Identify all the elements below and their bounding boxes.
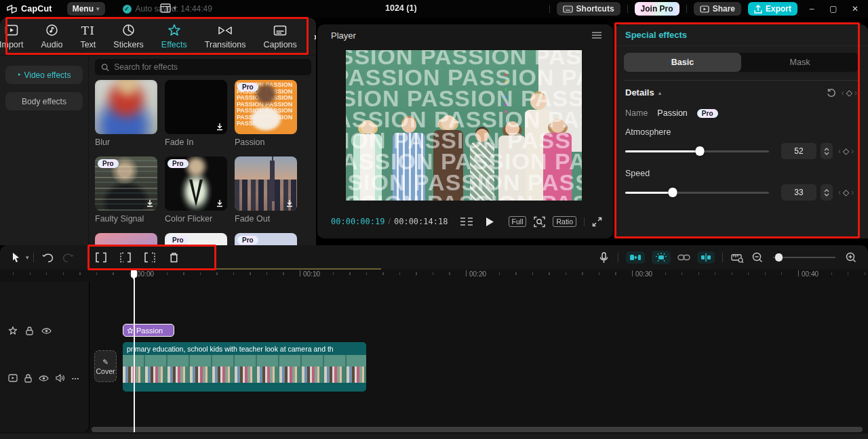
details-section-label[interactable]: Details bbox=[625, 87, 654, 98]
tab-import[interactable]: Import bbox=[0, 24, 32, 49]
menu-button[interactable]: Menu ▾ bbox=[67, 2, 105, 16]
tab-transitions[interactable]: Transitions bbox=[196, 24, 255, 49]
keyframe-diamond-icon[interactable]: ◇ bbox=[846, 88, 852, 98]
atmosphere-stepper[interactable] bbox=[821, 143, 833, 159]
timeline-footer bbox=[0, 434, 868, 439]
video-clip-caption: primary education, school kids with teac… bbox=[123, 342, 366, 355]
layout-toggle[interactable]: ▾ bbox=[160, 3, 177, 13]
effects-search[interactable] bbox=[95, 59, 311, 75]
delete-icon[interactable] bbox=[164, 252, 184, 263]
media-panel: Import Audio TI Text Stickers Effects bbox=[0, 18, 316, 245]
lock-icon[interactable] bbox=[24, 374, 32, 383]
timeline-toolbar: ▾ bbox=[0, 245, 868, 270]
prev-keyframe-icon[interactable]: ‹ bbox=[838, 188, 841, 197]
split-icon[interactable] bbox=[91, 252, 111, 263]
effect-tile-passion[interactable]: Pro PASSION PASSION PASSION PASSION PASS… bbox=[235, 80, 297, 147]
timeline-zoom-slider[interactable] bbox=[773, 253, 835, 262]
shortcuts-button[interactable]: Shortcuts bbox=[557, 2, 620, 16]
effect-name: Passion bbox=[657, 108, 687, 118]
effect-tile-fade-out[interactable]: Fade Out bbox=[235, 156, 297, 224]
zoom-slider-thumb[interactable] bbox=[775, 253, 783, 262]
expand-player-icon[interactable] bbox=[592, 217, 602, 227]
effect-tile-partial[interactable]: Pro bbox=[235, 233, 297, 245]
effect-tile-partial[interactable]: Pro bbox=[165, 233, 227, 245]
maximize-button[interactable]: ▢ bbox=[826, 4, 841, 14]
ratio-button[interactable]: Ratio bbox=[553, 216, 576, 227]
eye-icon[interactable] bbox=[39, 375, 49, 382]
lock-icon[interactable] bbox=[26, 327, 33, 335]
speaker-icon[interactable] bbox=[56, 374, 65, 382]
tab-mask[interactable]: Mask bbox=[741, 53, 859, 72]
eye-icon[interactable] bbox=[41, 327, 52, 335]
tab-basic[interactable]: Basic bbox=[624, 53, 741, 72]
tab-captions[interactable]: Captions bbox=[254, 24, 305, 49]
download-icon bbox=[285, 199, 294, 207]
category-body-effects[interactable]: Body effects bbox=[5, 92, 83, 110]
effect-tile-fade-in[interactable]: Fade In bbox=[165, 80, 227, 147]
tab-effects[interactable]: Effects bbox=[153, 24, 196, 49]
next-keyframe-icon[interactable]: › bbox=[851, 188, 854, 197]
collapse-arrow-icon[interactable]: ▴ bbox=[658, 89, 662, 96]
keyframe-controls: ‹ ◇ › bbox=[842, 88, 857, 98]
auto-splice-icon[interactable] bbox=[626, 251, 645, 264]
effect-tile-blur[interactable]: Blur bbox=[95, 80, 157, 147]
speed-stepper[interactable] bbox=[821, 184, 833, 201]
preview-zoom-icon[interactable] bbox=[534, 216, 545, 228]
pencil-icon: ✎ bbox=[102, 358, 108, 366]
select-cursor-icon[interactable] bbox=[5, 252, 26, 263]
frame-view-icon[interactable] bbox=[460, 217, 473, 226]
delete-right-icon[interactable] bbox=[140, 252, 160, 263]
link-icon[interactable] bbox=[677, 254, 690, 261]
atmosphere-slider[interactable] bbox=[625, 146, 769, 156]
timeline-scale-icon[interactable] bbox=[727, 253, 747, 263]
zoom-in-icon[interactable] bbox=[841, 252, 861, 263]
player-menu-icon[interactable] bbox=[591, 31, 602, 39]
video-clip[interactable]: primary education, school kids with teac… bbox=[123, 342, 366, 392]
reset-icon[interactable] bbox=[827, 88, 836, 98]
category-video-effects[interactable]: ‣ Video effects bbox=[5, 66, 83, 84]
pro-badge: Pro bbox=[237, 236, 258, 245]
effect-tile-color-flicker[interactable]: Pro Color Flicker bbox=[165, 156, 227, 224]
delete-left-icon[interactable] bbox=[115, 252, 136, 263]
next-keyframe-icon[interactable]: › bbox=[854, 88, 857, 98]
keyframe-diamond-icon[interactable]: ◇ bbox=[843, 146, 849, 156]
full-screen-preview-button[interactable]: Full bbox=[509, 216, 527, 227]
share-button[interactable]: Share bbox=[694, 2, 741, 16]
magnetic-snap-icon[interactable] bbox=[652, 251, 671, 264]
prev-keyframe-icon[interactable]: ‹ bbox=[842, 88, 844, 98]
cover-button[interactable]: ✎ Cover bbox=[94, 350, 117, 382]
tab-audio[interactable]: Audio bbox=[32, 24, 71, 49]
playhead[interactable] bbox=[131, 270, 137, 432]
effect-tile-partial[interactable] bbox=[95, 233, 157, 245]
check-icon: ✓ bbox=[123, 5, 132, 14]
atmosphere-value[interactable]: 52 bbox=[781, 143, 816, 159]
minimize-button[interactable]: – bbox=[804, 4, 819, 14]
export-button[interactable]: Export bbox=[748, 2, 797, 16]
video-clip-filmstrip bbox=[123, 355, 366, 383]
cursor-mode-caret-icon[interactable]: ▾ bbox=[26, 254, 29, 261]
slider-thumb[interactable] bbox=[696, 146, 705, 156]
prev-keyframe-icon[interactable]: ‹ bbox=[838, 146, 841, 156]
effect-tile-faulty-signal[interactable]: Pro Faulty Signal bbox=[95, 156, 157, 224]
split-preview-icon[interactable] bbox=[697, 251, 715, 264]
close-button[interactable]: ✕ bbox=[848, 4, 863, 14]
zoom-out-icon[interactable] bbox=[747, 252, 768, 263]
tab-text[interactable]: TI Text bbox=[71, 24, 104, 49]
horizontal-scrollbar[interactable] bbox=[92, 427, 863, 432]
join-pro-button[interactable]: Join Pro bbox=[635, 2, 679, 16]
more-tabs-chevron-icon[interactable]: » bbox=[314, 30, 316, 42]
timeline-ruler[interactable]: 00:00 00:10 00:20 00:30 00:40 bbox=[0, 270, 868, 282]
slider-thumb[interactable] bbox=[668, 188, 677, 197]
next-keyframe-icon[interactable]: › bbox=[851, 146, 854, 156]
video-preview[interactable]: PASSION PASSION PASS PASSION PASSION PAS… bbox=[346, 50, 582, 201]
speed-slider[interactable] bbox=[625, 188, 769, 197]
audio-icon bbox=[45, 24, 58, 37]
tab-stickers[interactable]: Stickers bbox=[104, 24, 152, 49]
search-input[interactable] bbox=[114, 62, 305, 72]
play-button[interactable] bbox=[486, 217, 494, 227]
more-options-icon[interactable]: ••• bbox=[72, 375, 79, 381]
keyframe-diamond-icon[interactable]: ◇ bbox=[843, 188, 849, 197]
speed-value[interactable]: 33 bbox=[781, 184, 816, 201]
record-voiceover-icon[interactable] bbox=[593, 252, 614, 264]
undo-icon[interactable] bbox=[38, 253, 58, 263]
